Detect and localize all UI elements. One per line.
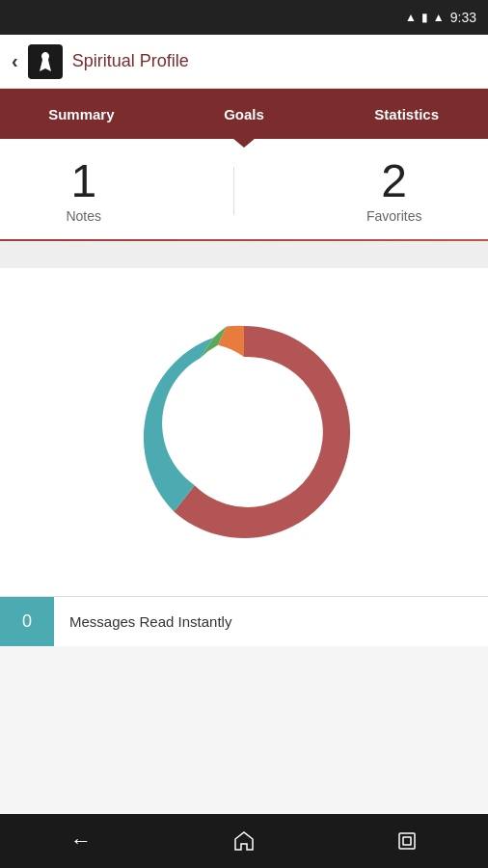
favorites-label: Favorites bbox=[366, 208, 422, 224]
app-title: Spiritual Profile bbox=[72, 51, 189, 71]
notes-stat: 1 Notes bbox=[66, 158, 101, 224]
status-icons: ▲ ▮ ▲ bbox=[405, 11, 445, 24]
gray-strip bbox=[0, 241, 488, 268]
tab-active-indicator bbox=[232, 138, 256, 148]
battery-icon: ▮ bbox=[421, 11, 428, 24]
donut-center-label: 85% bbox=[227, 422, 261, 443]
list-item-badge: 0 bbox=[0, 597, 54, 646]
tab-goals-label: Goals bbox=[224, 106, 264, 122]
back-button[interactable]: ‹ bbox=[12, 50, 18, 72]
badge-value: 0 bbox=[22, 611, 32, 632]
logo-icon bbox=[34, 50, 57, 73]
status-time: 9:33 bbox=[450, 10, 476, 25]
notes-label: Notes bbox=[66, 208, 101, 224]
favorites-value: 2 bbox=[381, 158, 407, 204]
home-icon bbox=[232, 829, 256, 853]
app-logo bbox=[28, 44, 63, 79]
app-bar: ‹ Spiritual Profile bbox=[0, 35, 488, 89]
stats-row: 1 Notes 2 Favorites bbox=[0, 139, 488, 239]
tab-goals[interactable]: Goals bbox=[163, 89, 326, 139]
nav-back-icon: ← bbox=[70, 828, 92, 854]
list-item-text: Messages Read Instantly bbox=[54, 597, 247, 646]
favorites-stat: 2 Favorites bbox=[366, 158, 422, 224]
wifi-icon: ▲ bbox=[405, 11, 417, 24]
donut-chart: 85% bbox=[109, 297, 379, 567]
tab-statistics[interactable]: Statistics bbox=[325, 89, 488, 139]
nav-bar: ← bbox=[0, 814, 488, 868]
recent-icon bbox=[396, 830, 418, 852]
list-item[interactable]: 0 Messages Read Instantly bbox=[0, 596, 488, 646]
stat-divider bbox=[233, 167, 234, 215]
svg-rect-0 bbox=[399, 833, 415, 849]
nav-home-button[interactable] bbox=[232, 829, 256, 853]
nav-recent-button[interactable] bbox=[396, 830, 418, 852]
svg-rect-1 bbox=[403, 837, 411, 845]
chart-area: 85% bbox=[0, 268, 488, 596]
signal-icon: ▲ bbox=[433, 11, 445, 24]
notes-value: 1 bbox=[70, 158, 96, 204]
tab-summary-label: Summary bbox=[48, 106, 114, 122]
nav-back-button[interactable]: ← bbox=[70, 828, 92, 854]
tab-statistics-label: Statistics bbox=[374, 106, 439, 122]
status-bar: ▲ ▮ ▲ 9:33 bbox=[0, 0, 488, 35]
tab-summary[interactable]: Summary bbox=[0, 89, 163, 139]
tab-bar: Summary Goals Statistics bbox=[0, 89, 488, 139]
